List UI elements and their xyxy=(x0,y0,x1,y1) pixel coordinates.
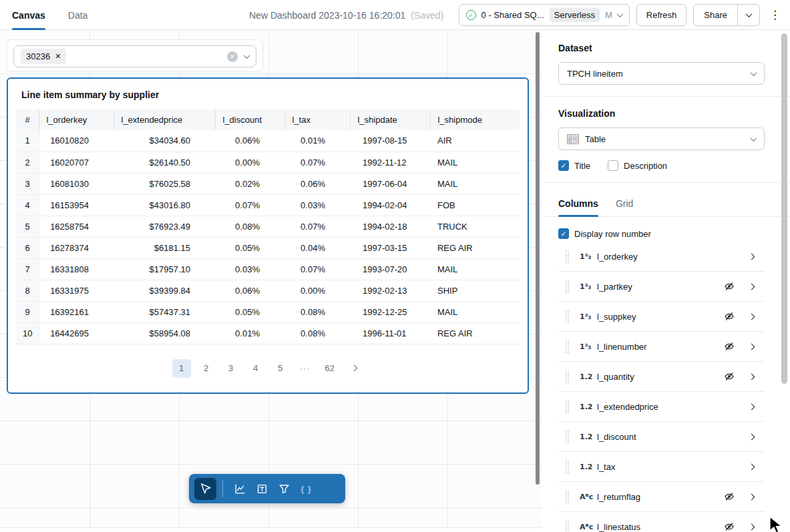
drag-handle-icon[interactable] xyxy=(565,490,570,503)
chevron-right-icon xyxy=(351,365,358,372)
cell-l_discount: 0.02% xyxy=(216,173,285,194)
col-header-tax[interactable]: l_tax xyxy=(285,109,351,130)
drag-handle-icon[interactable] xyxy=(565,280,570,293)
add-filter-button[interactable] xyxy=(273,478,295,500)
table-row: 916392161$57437.310.05%0.08%1992-12-25MA… xyxy=(16,301,520,322)
drag-handle-icon[interactable] xyxy=(565,340,570,353)
drag-handle-icon[interactable] xyxy=(565,460,570,473)
filter-widget[interactable]: 30236 ✕ ✕ xyxy=(7,39,263,72)
column-item-l_partkey[interactable]: 1²₃l_partkey xyxy=(558,272,765,302)
page-5[interactable]: 5 xyxy=(271,359,290,378)
page-4[interactable]: 4 xyxy=(246,359,265,378)
drag-handle-icon[interactable] xyxy=(565,520,570,532)
drag-handle-icon[interactable] xyxy=(565,310,570,323)
filter-input[interactable]: 30236 ✕ ✕ xyxy=(13,45,256,67)
chevron-right-icon[interactable] xyxy=(749,283,755,290)
pagination-next[interactable] xyxy=(345,359,364,378)
column-item-l_extendedprice[interactable]: 1.2l_extendedprice xyxy=(558,392,765,422)
drag-handle-icon[interactable] xyxy=(565,400,570,413)
chevron-right-icon[interactable] xyxy=(749,433,755,440)
col-header-discount[interactable]: l_discount xyxy=(216,109,285,130)
visibility-hidden-icon[interactable] xyxy=(724,371,735,382)
column-item-l_tax[interactable]: 1.2l_tax xyxy=(558,452,765,482)
chevron-right-icon[interactable] xyxy=(749,493,755,500)
table-widget[interactable]: Line item summary by supplier # l_orderk… xyxy=(7,77,529,394)
drag-handle-icon[interactable] xyxy=(565,430,570,443)
column-item-l_quantity[interactable]: 1.2l_quantity xyxy=(558,362,765,392)
clear-all-icon[interactable]: ✕ xyxy=(227,51,238,62)
cell-l_shipdate: 1993-07-20 xyxy=(351,258,431,280)
code-tool-button[interactable]: { } xyxy=(295,478,317,500)
display-row-number-checkbox[interactable]: ✓ xyxy=(558,228,569,239)
column-item-l_returnflag[interactable]: Aᴮᴄl_returnflag xyxy=(558,482,765,512)
window-scrollbar-thumb[interactable] xyxy=(781,33,787,384)
add-visualization-button[interactable] xyxy=(229,478,251,500)
refresh-button[interactable]: Refresh xyxy=(636,4,687,26)
cell-l_tax: 0.00% xyxy=(285,280,351,301)
tab-grid[interactable]: Grid xyxy=(616,194,633,216)
visibility-hidden-icon[interactable] xyxy=(724,521,735,532)
tab-canvas[interactable]: Canvas xyxy=(12,0,45,30)
dataset-select[interactable]: TPCH lineitem xyxy=(558,62,765,85)
col-header-orderkey[interactable]: l_orderkey xyxy=(39,109,114,130)
column-item-l_orderkey[interactable]: 1²₃l_orderkey xyxy=(558,242,765,272)
dashboard-title[interactable]: New Dashboard 2023-10-16 16:20:01 xyxy=(249,10,405,21)
visibility-hidden-icon[interactable] xyxy=(724,341,735,352)
cell-l_shipdate: 1994-02-04 xyxy=(351,194,431,216)
cell-l_extendedprice: $39399.84 xyxy=(114,280,216,301)
cell-l_extendedprice: $6181.15 xyxy=(114,237,216,258)
column-item-l_linenumber[interactable]: 1²₃l_linenumber xyxy=(558,332,765,362)
cell-l_discount: 0.00% xyxy=(216,152,285,173)
share-button-group: Share xyxy=(693,4,760,26)
col-header-rownum[interactable]: # xyxy=(16,109,39,130)
chip-remove-icon[interactable]: ✕ xyxy=(55,52,61,61)
table-row: 1016442695$58954.080.01%0.08%1996-11-01R… xyxy=(16,322,520,344)
column-label: l_discount xyxy=(597,432,749,442)
page-2[interactable]: 2 xyxy=(197,359,216,378)
column-item-l_discount[interactable]: 1.2l_discount xyxy=(558,422,765,452)
title-checkbox[interactable]: ✓ xyxy=(558,160,569,171)
tab-data[interactable]: Data xyxy=(68,0,88,30)
drag-handle-icon[interactable] xyxy=(565,250,570,263)
cell-l_discount: 0.03% xyxy=(216,258,285,280)
chevron-down-icon xyxy=(751,135,757,142)
cell-l_discount: 0.05% xyxy=(216,301,285,322)
visibility-hidden-icon[interactable] xyxy=(724,281,735,292)
share-dropdown-button[interactable] xyxy=(737,5,759,25)
column-item-l_suppkey[interactable]: 1²₃l_suppkey xyxy=(558,302,765,332)
canvas-scrollbar[interactable] xyxy=(536,32,540,485)
column-item-l_linestatus[interactable]: Aᴮᴄl_linestatus xyxy=(558,512,765,532)
col-header-extendedprice[interactable]: l_extendedprice xyxy=(114,109,216,130)
canvas-gridline xyxy=(0,507,542,508)
cell-#: 1 xyxy=(16,130,39,152)
chevron-right-icon[interactable] xyxy=(749,253,755,260)
cell-l_orderkey: 16331975 xyxy=(39,280,114,301)
cell-l_shipdate: 1997-03-15 xyxy=(351,237,431,258)
page-62[interactable]: 62 xyxy=(321,359,339,378)
visibility-hidden-icon[interactable] xyxy=(724,311,735,322)
share-button[interactable]: Share xyxy=(694,5,737,25)
chevron-right-icon[interactable] xyxy=(749,343,755,350)
col-header-shipmode[interactable]: l_shipmode xyxy=(431,109,520,130)
chevron-down-icon[interactable] xyxy=(244,52,250,59)
visibility-hidden-icon[interactable] xyxy=(724,491,735,502)
kebab-menu-icon[interactable]: ⋮ xyxy=(769,9,781,21)
description-checkbox[interactable] xyxy=(608,160,618,171)
dashboard-title-area: New Dashboard 2023-10-16 16:20:01 (Saved… xyxy=(249,0,443,30)
window-scrollbar-track[interactable] xyxy=(780,31,788,532)
warehouse-selector[interactable]: ✓ 0 - Shared SQ... Serverless M xyxy=(459,4,630,26)
chevron-right-icon[interactable] xyxy=(749,523,755,530)
select-tool-button[interactable] xyxy=(194,478,216,500)
page-1[interactable]: 1 xyxy=(172,359,191,378)
add-text-button[interactable] xyxy=(251,478,273,500)
visualization-select[interactable]: 1 3 6 5 2 8 Table xyxy=(558,127,765,150)
chevron-right-icon[interactable] xyxy=(749,403,755,410)
page-3[interactable]: 3 xyxy=(222,359,240,378)
tab-columns[interactable]: Columns xyxy=(558,194,598,216)
drag-handle-icon[interactable] xyxy=(565,370,570,383)
chevron-right-icon[interactable] xyxy=(749,463,755,470)
col-header-shipdate[interactable]: l_shipdate xyxy=(351,109,431,130)
chevron-right-icon[interactable] xyxy=(749,313,755,320)
canvas[interactable]: 30236 ✕ ✕ Line item summary by supplier … xyxy=(0,31,542,528)
chevron-right-icon[interactable] xyxy=(749,373,755,380)
